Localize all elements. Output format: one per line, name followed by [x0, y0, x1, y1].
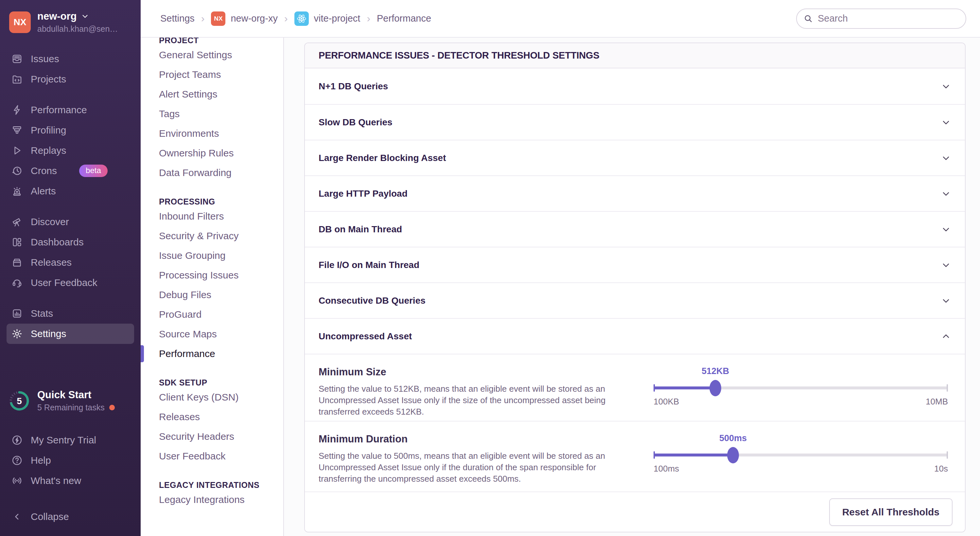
settings-nav-item-environments[interactable]: Environments	[159, 124, 283, 143]
sidebar-item-whats-new[interactable]: What's new	[6, 471, 134, 491]
sidebar-item-my-sentry-trial[interactable]: My Sentry Trial	[6, 430, 134, 450]
user-feedback-icon	[11, 277, 23, 289]
collapse-sidebar-button[interactable]: Collapse	[6, 507, 134, 527]
settings-nav-item-data-forwarding[interactable]: Data Forwarding	[159, 163, 283, 183]
crons-icon	[11, 165, 23, 177]
stats-icon	[11, 308, 23, 319]
main-content: PERFORMANCE ISSUES - DETECTOR THRESHOLD …	[285, 38, 980, 536]
settings-nav-item-legacy-integrations[interactable]: Legacy Integrations	[159, 490, 283, 509]
slider-track[interactable]	[654, 453, 948, 456]
sidebar-item-help[interactable]: Help	[6, 450, 134, 471]
sidebar-item-releases[interactable]: Releases	[6, 252, 134, 273]
sidebar-item-label: Releases	[31, 257, 72, 268]
detector-row-slow-db-queries[interactable]: Slow DB Queries	[305, 104, 965, 140]
quick-start-subtitle: 5 Remaining tasks	[37, 403, 105, 412]
sidebar-item-label: Performance	[31, 104, 87, 115]
breadcrumb-separator: ›	[201, 13, 205, 24]
sidebar-item-label: Issues	[31, 53, 59, 64]
sidebar-item-crons[interactable]: Crons beta	[6, 161, 134, 181]
quick-start-count: 5	[17, 396, 22, 406]
settings-nav-item-processing-issues[interactable]: Processing Issues	[159, 265, 283, 285]
sidebar-item-label: Settings	[31, 328, 66, 339]
search-icon	[803, 14, 813, 24]
sidebar-item-label: Projects	[31, 73, 66, 85]
quick-start[interactable]: 5 Quick Start 5 Remaining tasks	[6, 389, 134, 412]
settings-nav-item-releases[interactable]: Releases	[159, 407, 283, 427]
chevron-down-icon	[81, 12, 89, 21]
sidebar-item-dashboards[interactable]: Dashboards	[6, 232, 134, 252]
org-switcher[interactable]: NX new-org abdullah.khan@sen…	[6, 8, 134, 37]
slider-thumb[interactable]	[727, 447, 739, 463]
active-indicator	[141, 345, 144, 362]
slider-max-tick	[947, 451, 948, 459]
dashboards-icon	[11, 236, 23, 248]
sidebar-item-stats[interactable]: Stats	[6, 303, 134, 324]
reset-all-thresholds-button[interactable]: Reset All Thresholds	[829, 498, 953, 526]
sidebar-item-projects[interactable]: Projects	[6, 69, 134, 89]
detector-row-db-on-main-thread[interactable]: DB on Main Thread	[305, 211, 965, 247]
settings-nav-section-title: SDK SETUP	[159, 378, 283, 388]
slider-thumb[interactable]	[710, 380, 721, 396]
sidebar-item-issues[interactable]: Issues	[6, 49, 134, 69]
chevron-down-icon	[941, 295, 951, 306]
detector-row-large-render-blocking-asset[interactable]: Large Render Blocking Asset	[305, 140, 965, 175]
sidebar-item-user-feedback[interactable]: User Feedback	[6, 273, 134, 293]
sidebar-item-label: Profiling	[31, 125, 66, 136]
settings-nav-section-title: PROCESSING	[159, 197, 283, 206]
detector-row-file-io-on-main-thread[interactable]: File I/O on Main Thread	[305, 247, 965, 282]
slider-min-label: 100KB	[654, 397, 679, 407]
sidebar-item-label: User Feedback	[31, 277, 97, 288]
alerts-icon	[11, 185, 23, 197]
search-input[interactable]	[796, 8, 966, 29]
settings-nav-item-security-privacy[interactable]: Security & Privacy	[159, 226, 283, 246]
settings-nav-item-security-headers[interactable]: Security Headers	[159, 427, 283, 446]
detector-row-large-http-payload[interactable]: Large HTTP Payload	[305, 175, 965, 211]
minimum-duration-slider: 500ms 100ms 10s	[654, 433, 948, 491]
sidebar-item-performance[interactable]: Performance	[6, 100, 134, 120]
performance-icon	[11, 104, 23, 116]
sidebar-item-profiling[interactable]: Profiling	[6, 120, 134, 140]
sidebar-item-label: Dashboards	[31, 236, 84, 248]
sidebar-footer: My Sentry Trial Help What's new	[6, 430, 134, 491]
quick-start-title: Quick Start	[37, 389, 115, 401]
settings-nav-item-client-keys[interactable]: Client Keys (DSN)	[159, 388, 283, 407]
sidebar-item-alerts[interactable]: Alerts	[6, 181, 134, 201]
breadcrumb-org[interactable]: NX new-org-xy	[211, 11, 277, 26]
settings-nav-item-project-teams[interactable]: Project Teams	[159, 65, 283, 85]
sidebar-item-discover[interactable]: Discover	[6, 212, 134, 232]
detector-row-uncompressed-asset[interactable]: Uncompressed Asset	[305, 318, 965, 354]
settings-nav-item-ownership-rules[interactable]: Ownership Rules	[159, 143, 283, 163]
settings-nav-item-proguard[interactable]: ProGuard	[159, 305, 283, 324]
settings-nav-item-debug-files[interactable]: Debug Files	[159, 285, 283, 305]
settings-nav-item-issue-grouping[interactable]: Issue Grouping	[159, 246, 283, 265]
settings-nav-item-alert-settings[interactable]: Alert Settings	[159, 85, 283, 104]
org-email: abdullah.khan@sen…	[37, 24, 118, 34]
slider-value-label: 512KB	[702, 366, 729, 376]
sidebar-item-label: What's new	[31, 475, 81, 486]
breadcrumb-project[interactable]: vite-project	[294, 11, 361, 26]
detector-row-n-plus-one-db-queries[interactable]: N+1 DB Queries	[305, 69, 965, 104]
settings-nav-item-source-maps[interactable]: Source Maps	[159, 324, 283, 344]
sidebar-item-settings[interactable]: Settings	[6, 324, 134, 344]
minimum-size-slider: 512KB 100KB 10MB	[654, 366, 948, 421]
discover-icon	[11, 216, 23, 228]
chevron-down-icon	[941, 224, 951, 234]
slider-min-label: 100ms	[654, 464, 679, 474]
slider-value-label: 500ms	[719, 433, 747, 443]
chevron-down-icon	[941, 188, 951, 199]
org-avatar-nx: NX	[211, 11, 225, 26]
sidebar-item-replays[interactable]: Replays	[6, 140, 134, 161]
breadcrumb-settings[interactable]: Settings	[160, 13, 195, 24]
settings-nav-item-inbound-filters[interactable]: Inbound Filters	[159, 206, 283, 226]
issues-icon	[11, 53, 23, 65]
app-root: NX new-org abdullah.khan@sen… Issues Pro…	[0, 0, 980, 536]
settings-nav-item-general-settings[interactable]: General Settings	[159, 45, 283, 65]
broadcast-icon	[11, 475, 23, 487]
slider-track[interactable]	[654, 386, 948, 389]
settings-nav-item-performance[interactable]: Performance	[159, 344, 283, 364]
settings-nav-item-user-feedback[interactable]: User Feedback	[159, 446, 283, 466]
slider-fill	[654, 386, 715, 389]
sidebar-item-label: Help	[31, 455, 51, 466]
settings-nav-item-tags[interactable]: Tags	[159, 104, 283, 124]
detector-row-consecutive-db-queries[interactable]: Consecutive DB Queries	[305, 282, 965, 318]
